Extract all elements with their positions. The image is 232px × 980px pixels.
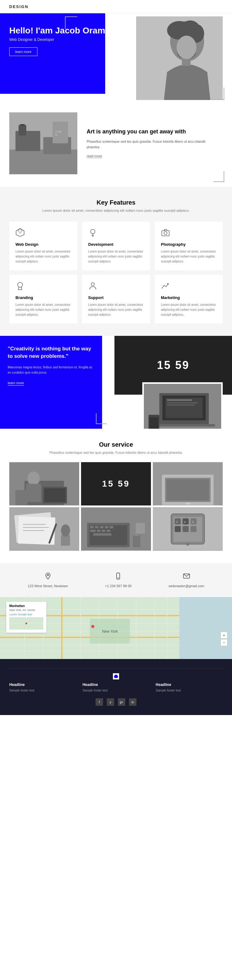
svg-rect-50 [167,479,209,501]
svg-text:AL: AL [54,133,58,136]
svg-rect-69 [110,526,113,528]
hero-corner-tl [65,16,77,29]
quote-text: "Creativity is nothing but the way to so… [8,345,94,360]
service-image-1 [9,462,79,506]
footer-col-1: Headline Sample footer text [9,682,76,692]
features-grid: Web Design Lorem ipsum dolor sit amet, c… [9,222,223,323]
phone-icon [114,572,122,581]
map-zoom-in-button[interactable]: + [221,632,227,639]
map-overlay-title: Manhattan [9,604,43,608]
footer-social: f y g+ in [9,698,223,706]
hero-learn-more-button[interactable]: learn more [9,47,37,56]
map-overlay-subtext: Lorem Google text [9,613,43,616]
hero-portrait [136,16,223,100]
features-title: Key Features [9,199,223,206]
feature-name-support: Support [88,295,144,300]
hero-heading: Hello! I'am Jacob Oram [9,26,105,36]
clock-display: 15 59 [157,359,189,372]
svg-point-114 [91,625,94,628]
quote-laptop-image [142,382,223,429]
feature-desc-marketing: Lorem ipsum dolor sit amet, consectetur … [161,302,216,317]
contact-phone-text: +1 234 567 89 00 [105,584,132,588]
art-section: CERE AL Art is anything you can get away… [0,103,232,183]
art-corner [213,171,224,182]
hero-corner-br [212,88,224,100]
features-section: Key Features Lorem ipsum dolor sit amet,… [0,187,232,336]
map-background: New York Manhattan New York, NY 10036 Lo… [0,597,232,659]
quote-corner [96,413,107,424]
header: DESIGN [0,0,232,13]
service-image-3 [153,462,223,506]
header-title: DESIGN [9,4,29,9]
art-heading: Art is anything you can get away with [87,128,219,135]
svg-rect-70 [90,530,95,532]
map-section: New York Manhattan New York, NY 10036 Lo… [0,597,232,659]
camera-icon [161,228,216,239]
footer-logo-area [9,668,223,679]
feature-desc-support: Lorem ipsum dolor sit amet, consectetur … [88,302,144,317]
bulb-icon [88,228,144,239]
feature-card-development: Development Lorem ipsum dolor sit amet, … [82,222,150,270]
service-title: Our service [9,441,223,448]
service-image-6: C a G [153,508,223,550]
footer-col-1-text: Sample footer text [9,689,76,692]
footer-logo [113,673,119,679]
quote-learn-more-button[interactable]: learn more [8,381,24,386]
footer-col-3: Headline Sample footer text [156,682,223,692]
social-facebook-icon[interactable]: f [95,698,103,706]
map-zoom-out-button[interactable]: − [221,639,227,646]
service-subtitle: Phasellus scelerisque sed leo quis gravi… [9,451,223,454]
contact-section: 123 West Street, Newtown +1 234 567 89 0… [0,563,232,597]
art-image-placeholder: CERE AL [9,112,77,174]
svg-rect-67 [100,526,103,528]
social-youtube-icon[interactable]: y [107,698,114,706]
art-text: Art is anything you can get away with Ph… [87,128,232,159]
social-linkedin-icon[interactable]: in [129,698,137,706]
contact-email: webmaster@gmail.com [168,572,204,588]
svg-text:C: C [176,520,178,523]
svg-rect-36 [167,402,198,403]
feature-desc-webdesign: Lorem ipsum dolor sit amet, consectetur … [16,249,71,264]
hero-section: Hello! I'am Jacob Oram Web Designer & De… [0,13,232,103]
footer-col-2: Headline Sample footer text [83,682,150,692]
feature-card-support: Support Lorem ipsum dolor sit amet, cons… [82,275,150,323]
feature-name-webdesign: Web Design [16,242,71,247]
feature-name-marketing: Marketing [161,295,216,300]
map-overlay: Manhattan New York, NY 10036 Lorem Googl… [6,602,46,633]
hero-content: Hello! I'am Jacob Oram Web Designer & De… [9,26,105,56]
svg-point-25 [17,282,22,287]
svg-rect-66 [95,526,99,528]
feature-name-branding: Branding [16,295,71,300]
feature-card-branding: Branding Lorem ipsum dolor sit amet, con… [9,275,77,323]
features-subtitle: Lorem ipsum dolor sit amet, consectetur … [9,208,223,212]
svg-rect-91 [117,573,120,579]
art-description: Phasellus scelerisque sed leo quis gravi… [87,139,219,150]
map-zoom-controls: + − [221,632,227,647]
hero-portrait-image [136,16,223,100]
chart-icon [161,281,216,291]
footer-col-1-title: Headline [9,682,76,687]
svg-marker-119 [114,675,118,678]
feature-card-marketing: Marketing Lorem ipsum dolor sit amet, co… [155,275,223,323]
svg-rect-73 [107,530,110,532]
svg-rect-87 [175,526,181,532]
feature-card-webdesign: Web Design Lorem ipsum dolor sit amet, c… [9,222,77,270]
feature-desc-development: Lorem ipsum dolor sit amet, consectetur … [88,249,144,264]
svg-point-7 [176,36,196,59]
map-overlay-address: New York, NY 10036 [9,609,43,612]
svg-point-19 [91,229,95,234]
footer-grid: Headline Sample footer text Headline Sam… [9,682,223,692]
svg-line-27 [21,287,22,290]
quote-images: 15 59 [99,336,232,429]
art-read-more-link[interactable]: read more [87,154,102,158]
svg-point-61 [61,524,70,536]
svg-text:New York: New York [102,629,118,634]
footer: Headline Sample footer text Headline Sam… [0,659,232,715]
social-googleplus-icon[interactable]: g+ [118,698,125,706]
svg-rect-88 [183,526,189,532]
svg-rect-37 [167,404,195,406]
svg-rect-13 [20,124,25,126]
footer-col-2-text: Sample footer text [83,689,150,692]
service-image-5 [81,508,151,550]
svg-rect-65 [90,526,94,528]
